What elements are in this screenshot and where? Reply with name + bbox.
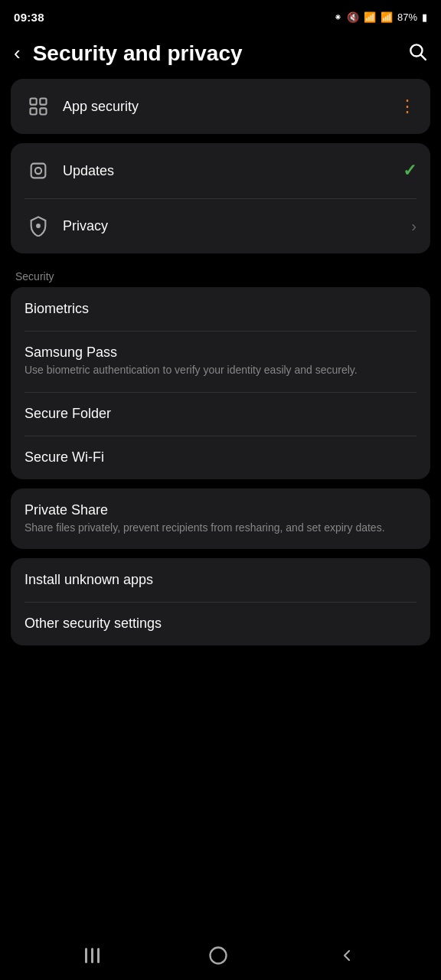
header: ‹ Security and privacy (0, 31, 441, 79)
home-icon (207, 945, 229, 966)
bottom-settings-card: Install unknown apps Other security sett… (11, 558, 430, 645)
app-security-item[interactable]: App security ⋮ (11, 79, 430, 134)
nav-bar (0, 931, 441, 980)
more-options-icon[interactable]: ⋮ (399, 96, 416, 116)
secure-wifi-item[interactable]: Secure Wi-Fi (11, 436, 430, 479)
svg-line-1 (421, 54, 426, 59)
mute-icon: 🔇 (347, 11, 359, 23)
other-security-text: Other security settings (24, 616, 416, 632)
biometrics-title: Biometrics (24, 301, 416, 317)
app-security-text: App security (63, 99, 391, 115)
security-card: Biometrics Samsung Pass Use biometric au… (11, 287, 430, 479)
battery-text: 87% (397, 11, 417, 23)
recent-apps-icon (85, 948, 100, 963)
biometrics-item[interactable]: Biometrics (11, 287, 430, 331)
recent-apps-button[interactable] (85, 948, 100, 963)
back-nav-icon (338, 946, 356, 965)
app-security-title: App security (63, 99, 391, 115)
install-unknown-apps-title: Install unknown apps (24, 572, 416, 588)
private-share-title: Private Share (24, 502, 416, 518)
private-share-card: Private Share Share files privately, pre… (11, 488, 430, 550)
private-share-text: Private Share Share files privately, pre… (24, 502, 416, 536)
updates-text: Updates (63, 163, 395, 179)
updates-privacy-card: Updates ✓ Privacy › (11, 143, 430, 253)
svg-rect-2 (31, 99, 37, 105)
privacy-text: Privacy (63, 218, 403, 234)
secure-folder-item[interactable]: Secure Folder (11, 392, 430, 436)
app-security-end: ⋮ (399, 96, 416, 116)
app-security-card: App security ⋮ (11, 79, 430, 134)
page-title: Security and privacy (33, 41, 243, 66)
chevron-right-icon: › (411, 217, 416, 234)
svg-rect-3 (40, 99, 46, 105)
svg-rect-4 (31, 108, 37, 114)
updates-item[interactable]: Updates ✓ (11, 143, 430, 198)
home-button[interactable] (207, 945, 229, 966)
updates-end: ✓ (403, 161, 416, 181)
privacy-end: › (411, 217, 416, 235)
battery-icon: ▮ (422, 11, 427, 23)
private-share-subtitle: Share files privately, prevent recipient… (24, 521, 416, 536)
updates-title: Updates (63, 163, 395, 179)
settings-content: App security ⋮ Updates ✓ (0, 79, 441, 931)
samsung-pass-item[interactable]: Samsung Pass Use biometric authenticatio… (11, 331, 430, 392)
svg-rect-5 (40, 108, 46, 114)
secure-folder-title: Secure Folder (24, 406, 416, 422)
updates-icon (24, 157, 52, 185)
secure-wifi-text: Secure Wi-Fi (24, 449, 416, 466)
back-nav-button[interactable] (338, 946, 356, 965)
privacy-icon (24, 212, 52, 240)
app-security-icon (24, 93, 52, 120)
header-left: ‹ Security and privacy (9, 38, 243, 68)
check-icon: ✓ (403, 161, 416, 180)
private-share-item[interactable]: Private Share Share files privately, pre… (11, 488, 430, 550)
svg-point-8 (36, 224, 41, 228)
signal-icon: 📶 (381, 11, 393, 23)
biometrics-text: Biometrics (24, 301, 416, 317)
status-bar: 09:38 ⁕ 🔇 📶 📶 87% ▮ (0, 0, 441, 31)
security-section-label: Security (11, 263, 430, 287)
svg-point-7 (35, 168, 41, 174)
wifi-icon: 📶 (364, 11, 376, 23)
install-unknown-apps-text: Install unknown apps (24, 572, 416, 588)
search-button[interactable] (407, 41, 427, 66)
other-security-settings-item[interactable]: Other security settings (11, 602, 430, 645)
other-security-title: Other security settings (24, 616, 416, 632)
samsung-pass-title: Samsung Pass (24, 345, 416, 361)
back-button[interactable]: ‹ (9, 38, 25, 68)
status-time: 09:38 (14, 11, 44, 24)
samsung-pass-subtitle: Use biometric authentication to verify y… (24, 363, 416, 378)
privacy-item[interactable]: Privacy › (11, 198, 430, 253)
status-icons: ⁕ 🔇 📶 📶 87% ▮ (334, 11, 427, 23)
svg-rect-9 (211, 948, 227, 964)
secure-folder-text: Secure Folder (24, 406, 416, 422)
secure-wifi-title: Secure Wi-Fi (24, 449, 416, 466)
bluetooth-icon: ⁕ (334, 11, 342, 23)
install-unknown-apps-item[interactable]: Install unknown apps (11, 558, 430, 602)
samsung-pass-text: Samsung Pass Use biometric authenticatio… (24, 345, 416, 378)
privacy-title: Privacy (63, 218, 403, 234)
svg-rect-6 (31, 164, 46, 178)
